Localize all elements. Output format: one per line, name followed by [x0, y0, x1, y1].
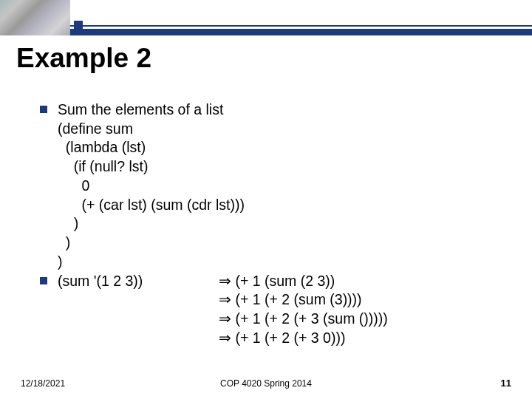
eval-step-4: ⇒ (+ 1 (+ 2 (+ 3 0))) — [219, 329, 345, 348]
header-bar-thin — [70, 25, 532, 27]
bullet-item-1: Sum the elements of a list (define sum (… — [40, 100, 388, 272]
footer-date: 12/18/2021 — [21, 378, 65, 389]
header-decorative-image — [0, 0, 70, 35]
eval-step-1: ⇒ (+ 1 (sum (2 3)) — [219, 272, 335, 291]
eval-step-2: ⇒ (+ 1 (+ 2 (sum (3)))) — [219, 290, 362, 310]
eval-step-3: ⇒ (+ 1 (+ 2 (+ 3 (sum ())))) — [219, 310, 388, 329]
footer-course: COP 4020 Spring 2014 — [220, 378, 312, 389]
square-bullet-icon — [40, 277, 47, 284]
bullet-2-text: (sum '(1 2 3)) ⇒ (+ 1 (sum (2 3)) ⇒ (+ 1… — [58, 272, 388, 348]
code-definition: (define sum (lambda (lst) (if (null? lst… — [58, 120, 245, 272]
bullet-1-text: Sum the elements of a list (define sum (… — [58, 100, 245, 272]
header-bar-thick — [70, 29, 532, 35]
header-bars — [70, 0, 532, 35]
footer-page-number: 11 — [501, 378, 511, 389]
square-bullet-icon — [40, 106, 47, 113]
bullet-1-heading: Sum the elements of a list — [58, 100, 245, 120]
slide-footer: 12/18/2021 COP 4020 Spring 2014 11 — [0, 378, 532, 389]
bullet-item-2: (sum '(1 2 3)) ⇒ (+ 1 (sum (2 3)) ⇒ (+ 1… — [40, 272, 388, 348]
eval-call: (sum '(1 2 3)) — [58, 272, 219, 291]
slide-title: Example 2 — [16, 43, 151, 74]
header-strip — [0, 0, 532, 35]
slide-content: Sum the elements of a list (define sum (… — [40, 100, 388, 348]
header-accent-square — [74, 21, 83, 30]
